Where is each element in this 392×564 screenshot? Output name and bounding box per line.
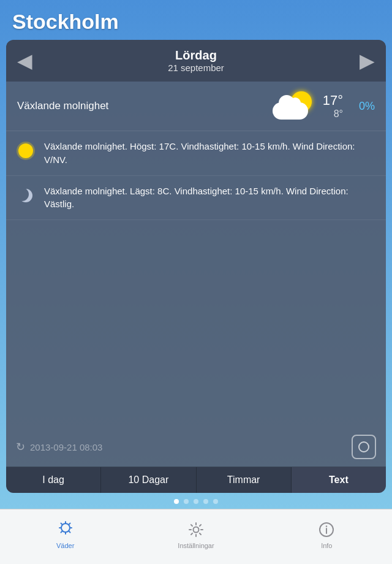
spacer: [6, 220, 386, 429]
svg-line-7: [69, 523, 70, 524]
refresh-icon[interactable]: ↻: [16, 440, 25, 454]
title-bar: Stockholm: [0, 0, 392, 40]
app-container: Stockholm ◀ Lördag 21 september ▶ Växlan…: [0, 0, 392, 564]
next-day-button[interactable]: ▶: [349, 49, 386, 72]
timestamp-text: ↻ 2013-09-21 08:03: [16, 440, 102, 454]
svg-point-12: [326, 525, 327, 527]
nav-item-installningar[interactable]: Inställningar: [130, 520, 261, 549]
low-temp: 8°: [323, 109, 343, 120]
svg-line-8: [61, 531, 62, 532]
dot-3: [194, 499, 198, 504]
svg-point-9: [193, 527, 198, 532]
tab-10dagar[interactable]: 10 Dagar: [101, 467, 196, 493]
camera-circle-icon: [358, 441, 369, 452]
svg-line-6: [69, 531, 70, 532]
tab-text[interactable]: Text: [292, 467, 386, 493]
condition-text: Växlande molnighet: [17, 100, 273, 112]
vader-icon: [56, 520, 75, 539]
installningar-icon: [186, 520, 206, 539]
night-detail-row: Växlande molnighet. Lägst: 8C. Vindhasti…: [6, 176, 386, 221]
camera-button[interactable]: [352, 435, 376, 459]
cloud-shape: [273, 102, 308, 120]
day-date: 21 september: [168, 63, 224, 73]
vader-label: Väder: [56, 542, 74, 549]
timestamp: 2013-09-21 08:03: [30, 442, 102, 452]
weather-details: Växlande molnighet. Högst: 17C. Vindhast…: [6, 131, 386, 220]
dot-2: [184, 499, 189, 504]
night-detail-text: Växlande molnighet. Lägst: 8C. Vindhasti…: [44, 185, 376, 212]
tab-idag[interactable]: I dag: [6, 467, 101, 493]
weather-icon: [273, 90, 317, 122]
installningar-label: Inställningar: [178, 542, 214, 549]
precipitation: 0%: [349, 100, 375, 113]
prev-day-button[interactable]: ◀: [6, 49, 43, 72]
timestamp-row: ↻ 2013-09-21 08:03: [6, 429, 386, 467]
high-temp: 17°: [323, 93, 343, 109]
dot-5: [213, 499, 218, 504]
weather-card: ◀ Lördag 21 september ▶ Växlande molnigh…: [6, 40, 386, 493]
sun-icon: [18, 143, 33, 158]
dot-1: [174, 499, 179, 504]
nav-item-info[interactable]: Info: [262, 520, 392, 549]
nav-item-vader[interactable]: Väder: [0, 520, 130, 549]
moon-icon: [19, 189, 32, 202]
city-title: Stockholm: [12, 10, 380, 34]
day-detail-row: Växlande molnighet. Högst: 17C. Vindhast…: [6, 131, 386, 176]
day-icon: [16, 141, 36, 161]
info-label: Info: [321, 542, 332, 549]
day-nav: ◀ Lördag 21 september ▶: [6, 40, 386, 82]
day-name: Lördag: [168, 48, 224, 63]
info-icon: [317, 520, 336, 539]
dot-4: [203, 499, 208, 504]
tab-bar: I dag 10 Dagar Timmar Text: [6, 467, 386, 493]
temperatures: 17° 8°: [323, 93, 343, 120]
tab-timmar[interactable]: Timmar: [197, 467, 292, 493]
weather-summary: Växlande molnighet 17° 8° 0%: [6, 82, 386, 131]
page-dots: [0, 493, 392, 509]
svg-line-5: [61, 523, 62, 524]
day-info: Lördag 21 september: [168, 48, 224, 73]
night-icon: [16, 186, 36, 205]
bottom-nav: Väder Inställningar Info: [0, 509, 392, 564]
day-detail-text: Växlande molnighet. Högst: 17C. Vindhast…: [44, 140, 376, 167]
